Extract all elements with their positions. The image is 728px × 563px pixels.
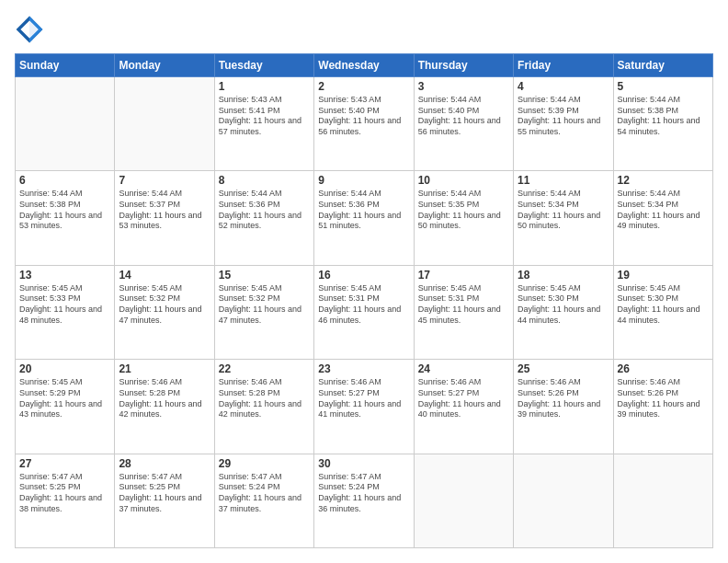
cell-content: Sunrise: 5:45 AM Sunset: 5:32 PM Dayligh… [119,283,210,327]
calendar-cell: 28Sunrise: 5:47 AM Sunset: 5:25 PM Dayli… [115,454,214,547]
day-number: 11 [518,174,609,187]
calendar-table: SundayMondayTuesdayWednesdayThursdayFrid… [15,53,713,548]
calendar-cell: 26Sunrise: 5:46 AM Sunset: 5:26 PM Dayli… [613,360,712,454]
day-number: 26 [618,362,709,375]
calendar-cell: 30Sunrise: 5:47 AM Sunset: 5:24 PM Dayli… [314,454,414,547]
cell-content: Sunrise: 5:44 AM Sunset: 5:38 PM Dayligh… [19,189,110,232]
day-number: 16 [318,269,409,282]
column-header-saturday: Saturday [613,54,712,77]
cell-content: Sunrise: 5:47 AM Sunset: 5:24 PM Dayligh… [318,472,409,515]
calendar-cell: 23Sunrise: 5:46 AM Sunset: 5:27 PM Dayli… [314,360,414,454]
day-number: 15 [219,269,310,282]
column-header-thursday: Thursday [414,54,513,77]
day-number: 14 [119,269,210,282]
cell-content: Sunrise: 5:45 AM Sunset: 5:31 PM Dayligh… [318,283,409,327]
calendar-cell: 19Sunrise: 5:45 AM Sunset: 5:30 PM Dayli… [613,265,712,359]
day-number: 23 [318,362,409,375]
day-number: 13 [19,269,110,282]
cell-content: Sunrise: 5:46 AM Sunset: 5:27 PM Dayligh… [418,377,509,420]
day-number: 5 [618,80,709,93]
calendar-cell: 14Sunrise: 5:45 AM Sunset: 5:32 PM Dayli… [115,265,214,359]
cell-content: Sunrise: 5:44 AM Sunset: 5:37 PM Dayligh… [119,189,210,232]
day-number: 30 [318,457,409,470]
column-header-tuesday: Tuesday [214,54,313,77]
cell-content: Sunrise: 5:43 AM Sunset: 5:40 PM Dayligh… [318,95,409,138]
day-number: 10 [418,174,509,187]
column-header-monday: Monday [115,54,214,77]
calendar-cell: 12Sunrise: 5:44 AM Sunset: 5:34 PM Dayli… [613,171,712,265]
calendar-cell: 27Sunrise: 5:47 AM Sunset: 5:25 PM Dayli… [16,454,115,547]
cell-content: Sunrise: 5:46 AM Sunset: 5:28 PM Dayligh… [119,377,210,420]
day-number: 20 [19,362,110,375]
page: SundayMondayTuesdayWednesdayThursdayFrid… [0,0,728,563]
cell-content: Sunrise: 5:45 AM Sunset: 5:30 PM Dayligh… [618,283,709,327]
calendar-cell [16,77,115,171]
day-number: 29 [219,457,310,470]
cell-content: Sunrise: 5:45 AM Sunset: 5:31 PM Dayligh… [418,283,509,327]
cell-content: Sunrise: 5:47 AM Sunset: 5:25 PM Dayligh… [19,472,110,515]
cell-content: Sunrise: 5:44 AM Sunset: 5:36 PM Dayligh… [219,189,310,232]
cell-content: Sunrise: 5:44 AM Sunset: 5:40 PM Dayligh… [418,95,509,138]
day-number: 27 [19,457,110,470]
logo-icon [15,15,44,44]
day-number: 1 [219,80,310,93]
calendar-cell: 4Sunrise: 5:44 AM Sunset: 5:39 PM Daylig… [514,77,613,171]
calendar-cell: 10Sunrise: 5:44 AM Sunset: 5:35 PM Dayli… [414,171,513,265]
cell-content: Sunrise: 5:44 AM Sunset: 5:34 PM Dayligh… [518,189,609,232]
cell-content: Sunrise: 5:44 AM Sunset: 5:34 PM Dayligh… [618,189,709,232]
cell-content: Sunrise: 5:44 AM Sunset: 5:39 PM Dayligh… [518,95,609,138]
day-number: 21 [119,362,210,375]
calendar-cell: 17Sunrise: 5:45 AM Sunset: 5:31 PM Dayli… [414,265,513,359]
calendar-cell: 24Sunrise: 5:46 AM Sunset: 5:27 PM Dayli… [414,360,513,454]
cell-content: Sunrise: 5:46 AM Sunset: 5:26 PM Dayligh… [618,377,709,420]
calendar-cell [514,454,613,547]
calendar-cell: 11Sunrise: 5:44 AM Sunset: 5:34 PM Dayli… [514,171,613,265]
day-number: 8 [219,174,310,187]
day-number: 3 [418,80,509,93]
logo [15,15,48,44]
calendar-cell: 9Sunrise: 5:44 AM Sunset: 5:36 PM Daylig… [314,171,414,265]
calendar-cell: 21Sunrise: 5:46 AM Sunset: 5:28 PM Dayli… [115,360,214,454]
day-number: 25 [518,362,609,375]
column-header-friday: Friday [514,54,613,77]
cell-content: Sunrise: 5:44 AM Sunset: 5:35 PM Dayligh… [418,189,509,232]
calendar-cell: 29Sunrise: 5:47 AM Sunset: 5:24 PM Dayli… [214,454,313,547]
calendar-cell: 3Sunrise: 5:44 AM Sunset: 5:40 PM Daylig… [414,77,513,171]
calendar-cell: 6Sunrise: 5:44 AM Sunset: 5:38 PM Daylig… [16,171,115,265]
day-number: 18 [518,269,609,282]
cell-content: Sunrise: 5:47 AM Sunset: 5:24 PM Dayligh… [219,472,310,515]
calendar-cell: 2Sunrise: 5:43 AM Sunset: 5:40 PM Daylig… [314,77,414,171]
cell-content: Sunrise: 5:45 AM Sunset: 5:30 PM Dayligh… [518,283,609,327]
calendar-cell: 8Sunrise: 5:44 AM Sunset: 5:36 PM Daylig… [214,171,313,265]
calendar-cell: 13Sunrise: 5:45 AM Sunset: 5:33 PM Dayli… [16,265,115,359]
day-number: 28 [119,457,210,470]
day-number: 19 [618,269,709,282]
cell-content: Sunrise: 5:44 AM Sunset: 5:38 PM Dayligh… [618,95,709,138]
calendar-cell: 1Sunrise: 5:43 AM Sunset: 5:41 PM Daylig… [214,77,313,171]
calendar-cell: 18Sunrise: 5:45 AM Sunset: 5:30 PM Dayli… [514,265,613,359]
column-header-wednesday: Wednesday [314,54,414,77]
day-number: 6 [19,174,110,187]
day-number: 2 [318,80,409,93]
day-number: 9 [318,174,409,187]
cell-content: Sunrise: 5:46 AM Sunset: 5:28 PM Dayligh… [219,377,310,420]
day-number: 4 [518,80,609,93]
calendar-cell: 16Sunrise: 5:45 AM Sunset: 5:31 PM Dayli… [314,265,414,359]
cell-content: Sunrise: 5:45 AM Sunset: 5:32 PM Dayligh… [219,283,310,327]
calendar-cell: 25Sunrise: 5:46 AM Sunset: 5:26 PM Dayli… [514,360,613,454]
calendar-cell [613,454,712,547]
cell-content: Sunrise: 5:46 AM Sunset: 5:26 PM Dayligh… [518,377,609,420]
calendar-cell [414,454,513,547]
calendar-cell [115,77,214,171]
cell-content: Sunrise: 5:45 AM Sunset: 5:33 PM Dayligh… [19,283,110,327]
day-number: 12 [618,174,709,187]
calendar-cell: 7Sunrise: 5:44 AM Sunset: 5:37 PM Daylig… [115,171,214,265]
cell-content: Sunrise: 5:46 AM Sunset: 5:27 PM Dayligh… [318,377,409,420]
calendar-cell: 15Sunrise: 5:45 AM Sunset: 5:32 PM Dayli… [214,265,313,359]
calendar-cell: 20Sunrise: 5:45 AM Sunset: 5:29 PM Dayli… [16,360,115,454]
day-number: 17 [418,269,509,282]
day-number: 24 [418,362,509,375]
cell-content: Sunrise: 5:45 AM Sunset: 5:29 PM Dayligh… [19,377,110,420]
cell-content: Sunrise: 5:47 AM Sunset: 5:25 PM Dayligh… [119,472,210,515]
day-number: 7 [119,174,210,187]
